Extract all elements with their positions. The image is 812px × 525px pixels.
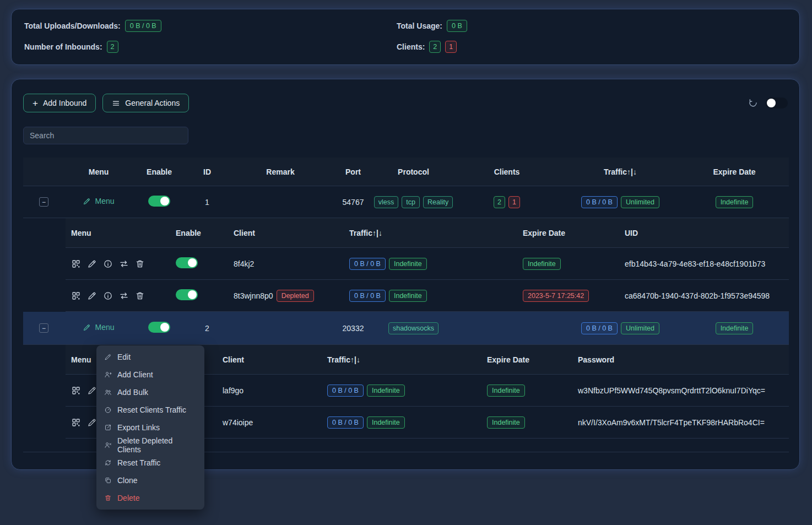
general-actions-button[interactable]: General Actions [102, 94, 189, 112]
client-name: 8t3wjnn8p0 [234, 291, 273, 300]
stat-clients-depleted-badge: 1 [445, 41, 457, 53]
collapse-row-button[interactable]: − [39, 197, 48, 207]
pencil-icon [87, 291, 97, 301]
copy-icon [104, 477, 112, 484]
user-x-icon [104, 441, 112, 449]
col-header-protocol: Protocol [374, 167, 453, 176]
qr-code-icon [71, 291, 81, 301]
client-name: laf9go [217, 386, 322, 395]
swap-arrows-icon [119, 259, 129, 269]
inbound-1-port: 54767 [332, 198, 374, 207]
stats-card: Total Uploads/Downloads: 0 B / 0 B Total… [11, 9, 800, 65]
traffic-badge: 0 B / 0 B [581, 322, 618, 334]
expire-badge: Indefinite [523, 258, 561, 270]
client-enable-toggle[interactable] [176, 289, 198, 300]
client-qr-button[interactable] [71, 418, 81, 427]
menu-item-edit[interactable]: Edit [96, 348, 204, 366]
edit-client-button[interactable] [87, 386, 97, 396]
col-header-enable: Enable [133, 167, 186, 176]
inbounds-table-header: Menu Enable ID Remark Port Protocol Clie… [23, 158, 789, 186]
gauge-icon [104, 406, 112, 414]
delete-client-button[interactable] [135, 259, 145, 269]
expire-badge: Indefinite [487, 385, 525, 397]
toolbar: + Add Inbound General Actions [23, 94, 788, 112]
edit-client-button[interactable] [87, 291, 97, 301]
stat-clients-label: Clients: [397, 42, 425, 51]
sub-col-expire: Expire Date [481, 355, 572, 364]
client-row-8f4kj2: 8f4kj2 0 B / 0 B Indefinite Indefinite e… [66, 248, 789, 280]
menu-item-add-bulk[interactable]: Add Bulk [96, 383, 204, 401]
sub-col-menu: Menu [66, 229, 170, 237]
inbound-context-menu: Edit Add Client Add Bulk Reset Clients T… [96, 345, 204, 510]
expire-badge: Indefinite [716, 322, 754, 334]
menu-item-delete-depleted-clients[interactable]: Delete Depleted Clients [96, 436, 204, 454]
trash-icon [135, 259, 145, 269]
theme-toggle[interactable] [766, 98, 788, 109]
client-qr-button[interactable] [71, 291, 81, 301]
sub-col-expire: Expire Date [517, 229, 619, 237]
client-row-8t3wjnn8p0: 8t3wjnn8p0 Depleted 0 B / 0 B Indefinite… [66, 280, 789, 312]
client-qr-button[interactable] [71, 386, 81, 396]
menu-item-export-links[interactable]: Export Links [96, 419, 204, 436]
menu-item-add-client[interactable]: Add Client [96, 366, 204, 383]
stat-number-of-inbounds: Number of Inbounds: 2 [24, 40, 397, 53]
stat-uploads-value-badge: 0 B / 0 B [125, 20, 161, 32]
client-enable-toggle[interactable] [176, 257, 198, 268]
inbound-2-menu-button[interactable]: Menu [83, 323, 114, 332]
trash-icon [104, 494, 112, 502]
toolbar-right [748, 98, 788, 109]
stat-total-usage: Total Usage: 0 B [397, 19, 799, 33]
inbound-1-traffic: 0 B / 0 B Unlimited [561, 196, 680, 208]
inbound-1-menu-label: Menu [95, 197, 114, 205]
search-input[interactable] [23, 127, 188, 144]
delete-client-button[interactable] [135, 291, 145, 301]
add-inbound-button[interactable]: + Add Inbound [23, 94, 96, 112]
stat-inbounds-label: Number of Inbounds: [24, 42, 102, 51]
menu-item-reset-traffic[interactable]: Reset Traffic [96, 454, 204, 472]
traffic-limit-badge: Unlimited [621, 322, 659, 334]
qr-code-icon [71, 259, 81, 269]
inbound-2-menu-label: Menu [95, 323, 114, 332]
sub-col-enable: Enable [170, 229, 228, 237]
stat-usage-label: Total Usage: [397, 21, 442, 30]
info-icon [103, 291, 113, 301]
edit-client-button[interactable] [87, 418, 97, 427]
client-name-group: 8t3wjnn8p0 Depleted [228, 290, 344, 302]
client-info-button[interactable] [103, 259, 113, 269]
client-uid: ca68470b-1940-437d-802b-1f9573e94598 [619, 291, 789, 300]
menu-item-label: Delete Depleted Clients [117, 436, 197, 454]
client-name: 8f4kj2 [228, 259, 344, 268]
menu-item-label: Delete [117, 494, 139, 502]
refresh-button[interactable] [748, 98, 758, 108]
collapse-row-button[interactable]: − [39, 323, 48, 333]
inbound-1-menu-button[interactable]: Menu [83, 197, 114, 205]
pencil-icon [83, 197, 91, 205]
col-header-id: ID [186, 167, 229, 176]
pencil-icon [87, 418, 97, 427]
client-uid: efb14b43-4a79-4e83-ef18-e48cf1901b73 [619, 259, 789, 268]
menu-item-delete[interactable]: Delete [96, 489, 204, 507]
stat-usage-value-badge: 0 B [447, 20, 467, 32]
protocol-tag: shadowsocks [388, 322, 439, 334]
clients-active-badge: 2 [494, 196, 505, 208]
menu-item-label: Reset Clients Traffic [117, 405, 186, 414]
traffic-badge: 0 B / 0 B [349, 258, 386, 270]
plus-icon: + [33, 99, 38, 108]
menu-item-clone[interactable]: Clone [96, 472, 204, 489]
traffic-badge: 0 B / 0 B [327, 416, 364, 429]
client-traffic: 0 B / 0 B Indefinite [322, 416, 481, 429]
menu-item-label: Edit [117, 353, 131, 361]
client-qr-button[interactable] [71, 259, 81, 269]
client-info-button[interactable] [103, 291, 113, 301]
inbound-2-enable-toggle[interactable] [148, 322, 170, 333]
menu-item-reset-clients-traffic[interactable]: Reset Clients Traffic [96, 401, 204, 419]
client-actions [66, 259, 170, 269]
inbound-1-enable-toggle[interactable] [148, 196, 170, 207]
edit-client-button[interactable] [87, 259, 97, 269]
client-name: w74ioipe [217, 418, 322, 427]
col-header-traffic-sort[interactable]: Traffic↑|↓ [561, 167, 680, 176]
reset-client-traffic-button[interactable] [119, 259, 129, 269]
sub-col-password: Password [572, 355, 789, 364]
traffic-badge: 0 B / 0 B [327, 385, 364, 397]
reset-client-traffic-button[interactable] [119, 291, 129, 301]
